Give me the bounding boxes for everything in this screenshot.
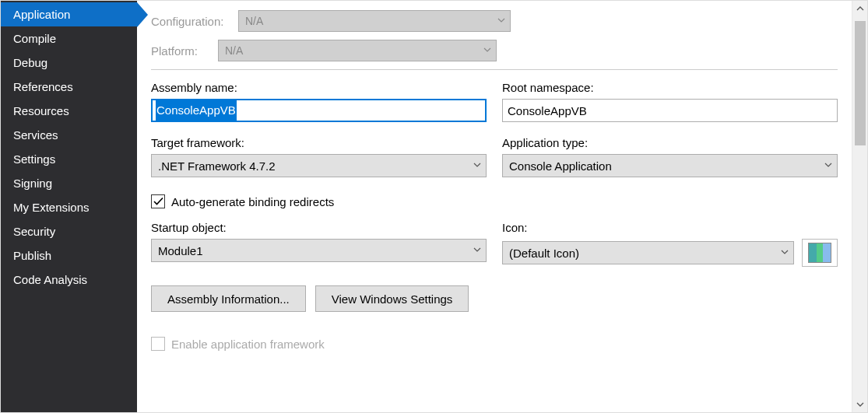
application-type-label: Application type: bbox=[502, 136, 838, 149]
startup-object-label: Startup object: bbox=[151, 221, 487, 234]
platform-value: N/A bbox=[225, 44, 243, 57]
sidebar-item-compile[interactable]: Compile bbox=[1, 26, 137, 51]
auto-generate-label: Auto-generate binding redirects bbox=[171, 195, 334, 208]
platform-dropdown: N/A bbox=[218, 40, 497, 61]
divider bbox=[151, 69, 838, 70]
target-framework-label: Target framework: bbox=[151, 136, 487, 149]
chevron-down-icon bbox=[483, 47, 490, 54]
sidebar-item-resources[interactable]: Resources bbox=[1, 99, 137, 123]
sidebar-item-references[interactable]: References bbox=[1, 75, 137, 99]
check-icon bbox=[153, 197, 163, 206]
root-namespace-input[interactable] bbox=[502, 99, 838, 122]
startup-object-combo[interactable]: Module1 bbox=[151, 239, 487, 262]
scroll-down-arrow[interactable] bbox=[852, 397, 867, 412]
sidebar-item-debug[interactable]: Debug bbox=[1, 51, 137, 75]
auto-generate-checkbox[interactable] bbox=[151, 194, 165, 208]
scroll-up-arrow[interactable] bbox=[852, 1, 867, 16]
sidebar-item-publish[interactable]: Publish bbox=[1, 243, 137, 268]
assembly-information-button[interactable]: Assembly Information... bbox=[151, 285, 306, 312]
assembly-name-label: Assembly name: bbox=[151, 81, 487, 94]
enable-app-framework-label: Enable application framework bbox=[171, 338, 325, 351]
application-type-combo[interactable]: Console Application bbox=[502, 154, 838, 177]
configuration-dropdown: N/A bbox=[238, 10, 511, 32]
sidebar-item-security[interactable]: Security bbox=[1, 219, 137, 243]
sidebar-item-application[interactable]: Application bbox=[1, 2, 137, 26]
icon-preview bbox=[802, 239, 838, 267]
icon-combo[interactable]: (Default Icon) bbox=[502, 241, 794, 264]
content-area: Configuration: N/A Platform: N/A Assembl… bbox=[137, 1, 867, 412]
chevron-down-icon bbox=[473, 163, 480, 169]
sidebar-item-my-extensions[interactable]: My Extensions bbox=[1, 195, 137, 219]
sidebar-item-signing[interactable]: Signing bbox=[1, 171, 137, 195]
sidebar-item-settings[interactable]: Settings bbox=[1, 147, 137, 171]
chevron-down-icon bbox=[824, 163, 831, 169]
configuration-row: Configuration: N/A bbox=[151, 10, 838, 32]
platform-label: Platform: bbox=[151, 44, 218, 58]
sidebar-item-code-analysis[interactable]: Code Analysis bbox=[1, 268, 137, 292]
sidebar: Application Compile Debug References Res… bbox=[1, 1, 137, 412]
vertical-scrollbar[interactable] bbox=[852, 1, 867, 412]
configuration-label: Configuration: bbox=[151, 15, 238, 28]
view-windows-settings-button[interactable]: View Windows Settings bbox=[315, 285, 469, 312]
configuration-value: N/A bbox=[245, 15, 263, 27]
chevron-down-icon bbox=[473, 247, 480, 254]
form-panel: Configuration: N/A Platform: N/A Assembl… bbox=[137, 1, 852, 412]
icon-label: Icon: bbox=[502, 221, 838, 234]
sidebar-item-services[interactable]: Services bbox=[1, 123, 137, 147]
root-namespace-label: Root namespace: bbox=[502, 81, 838, 94]
assembly-name-input[interactable]: ConsoleAppVB bbox=[151, 99, 487, 122]
app-icon bbox=[808, 243, 831, 263]
chevron-down-icon bbox=[781, 250, 787, 256]
enable-app-framework-checkbox bbox=[151, 337, 165, 351]
scroll-thumb[interactable] bbox=[855, 21, 866, 145]
target-framework-combo[interactable]: .NET Framework 4.7.2 bbox=[151, 154, 487, 177]
platform-row: Platform: N/A bbox=[151, 40, 838, 61]
chevron-down-icon bbox=[497, 18, 504, 24]
